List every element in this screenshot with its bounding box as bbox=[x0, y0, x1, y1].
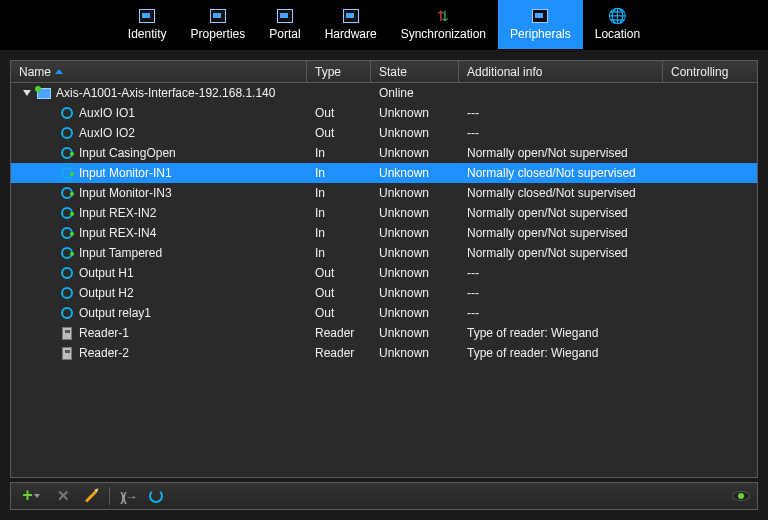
tab-properties[interactable]: Properties bbox=[179, 0, 258, 49]
io-icon bbox=[59, 186, 74, 201]
io-icon bbox=[59, 246, 74, 261]
col-header-type[interactable]: Type bbox=[307, 61, 371, 82]
col-header-controlling[interactable]: Controlling bbox=[663, 61, 757, 82]
expander-icon[interactable] bbox=[23, 90, 31, 96]
cell-state: Unknown bbox=[379, 286, 429, 300]
table-row[interactable]: Reader-1ReaderUnknownType of reader: Wie… bbox=[11, 323, 757, 343]
cell-type: Out bbox=[315, 266, 334, 280]
cell-state: Unknown bbox=[379, 186, 429, 200]
cell-name: Input Monitor-IN1 bbox=[79, 166, 172, 180]
table-row[interactable]: Input CasingOpenInUnknownNormally open/N… bbox=[11, 143, 757, 163]
io-icon bbox=[59, 106, 74, 121]
table-row[interactable]: Input REX-IN4InUnknownNormally open/Not … bbox=[11, 223, 757, 243]
cell-name: AuxIO IO1 bbox=[79, 106, 135, 120]
tab-synchronization[interactable]: ⇅Synchronization bbox=[389, 0, 498, 49]
properties-icon bbox=[209, 7, 227, 25]
identity-icon bbox=[138, 7, 156, 25]
cell-type: Out bbox=[315, 106, 334, 120]
table-row[interactable]: Reader-2ReaderUnknownType of reader: Wie… bbox=[11, 343, 757, 363]
cell-state: Unknown bbox=[379, 126, 429, 140]
delete-button[interactable]: ✕ bbox=[51, 485, 75, 507]
cell-state: Unknown bbox=[379, 346, 429, 360]
toolbar-separator bbox=[109, 487, 110, 505]
tab-portal[interactable]: Portal bbox=[257, 0, 312, 49]
table-row[interactable]: Output relay1OutUnknown--- bbox=[11, 303, 757, 323]
link-icon: )(→ bbox=[120, 489, 136, 504]
content-area: Name Type State Additional info Controll… bbox=[0, 50, 768, 520]
view-button[interactable] bbox=[729, 485, 753, 507]
cell-name: Output H2 bbox=[79, 286, 134, 300]
col-header-name-label: Name bbox=[19, 65, 51, 79]
table-row[interactable]: Input Monitor-IN3InUnknownNormally close… bbox=[11, 183, 757, 203]
table-row[interactable]: AuxIO IO1OutUnknown--- bbox=[11, 103, 757, 123]
cell-type: In bbox=[315, 246, 325, 260]
peripherals-icon bbox=[531, 7, 549, 25]
location-icon: 🌐 bbox=[608, 7, 626, 25]
cell-info: Normally open/Not supervised bbox=[467, 146, 628, 160]
cell-name: Input Tampered bbox=[79, 246, 162, 260]
table-row[interactable]: AuxIO IO2OutUnknown--- bbox=[11, 123, 757, 143]
add-button[interactable]: + bbox=[15, 485, 47, 507]
cell-info: --- bbox=[467, 106, 479, 120]
table-row[interactable]: Output H2OutUnknown--- bbox=[11, 283, 757, 303]
col-header-state[interactable]: State bbox=[371, 61, 459, 82]
tab-identity[interactable]: Identity bbox=[116, 0, 179, 49]
cell-info: Normally open/Not supervised bbox=[467, 226, 628, 240]
x-icon: ✕ bbox=[57, 487, 70, 505]
io-icon bbox=[59, 306, 74, 321]
refresh-button[interactable] bbox=[144, 485, 168, 507]
cell-info: Type of reader: Wiegand bbox=[467, 346, 598, 360]
io-icon bbox=[59, 126, 74, 141]
col-header-name[interactable]: Name bbox=[11, 61, 307, 82]
tab-location[interactable]: 🌐Location bbox=[583, 0, 652, 49]
cell-type: Reader bbox=[315, 326, 354, 340]
col-header-info[interactable]: Additional info bbox=[459, 61, 663, 82]
grid-body: Axis-A1001-Axis-Interface-192.168.1.140O… bbox=[11, 83, 757, 477]
cell-type: Out bbox=[315, 286, 334, 300]
table-row[interactable]: Axis-A1001-Axis-Interface-192.168.1.140O… bbox=[11, 83, 757, 103]
tab-label: Synchronization bbox=[401, 27, 486, 41]
tab-label: Location bbox=[595, 27, 640, 41]
col-header-state-label: State bbox=[379, 65, 407, 79]
cell-state: Unknown bbox=[379, 106, 429, 120]
table-row[interactable]: Input TamperedInUnknownNormally open/Not… bbox=[11, 243, 757, 263]
cell-type: In bbox=[315, 166, 325, 180]
cell-type: Reader bbox=[315, 346, 354, 360]
cell-state: Unknown bbox=[379, 166, 429, 180]
tab-label: Hardware bbox=[325, 27, 377, 41]
cell-state: Online bbox=[379, 86, 414, 100]
peripherals-grid: Name Type State Additional info Controll… bbox=[10, 60, 758, 478]
link-button[interactable]: )(→ bbox=[116, 485, 140, 507]
cell-name: Output relay1 bbox=[79, 306, 151, 320]
cell-name: Input REX-IN4 bbox=[79, 226, 156, 240]
tab-peripherals[interactable]: Peripherals bbox=[498, 0, 583, 49]
hardware-icon bbox=[342, 7, 360, 25]
cell-name: AuxIO IO2 bbox=[79, 126, 135, 140]
cell-info: --- bbox=[467, 306, 479, 320]
cell-state: Unknown bbox=[379, 306, 429, 320]
cell-name: Reader-1 bbox=[79, 326, 129, 340]
sort-asc-icon bbox=[55, 69, 63, 74]
cell-type: Out bbox=[315, 306, 334, 320]
cell-name: Axis-A1001-Axis-Interface-192.168.1.140 bbox=[56, 86, 275, 100]
cell-state: Unknown bbox=[379, 326, 429, 340]
tab-label: Peripherals bbox=[510, 27, 571, 41]
io-icon bbox=[59, 226, 74, 241]
edit-button[interactable] bbox=[79, 485, 103, 507]
refresh-icon bbox=[149, 489, 163, 503]
cell-type: Out bbox=[315, 126, 334, 140]
section-tabbar: IdentityPropertiesPortalHardware⇅Synchro… bbox=[0, 0, 768, 50]
cell-name: Input Monitor-IN3 bbox=[79, 186, 172, 200]
cell-info: Normally closed/Not supervised bbox=[467, 186, 636, 200]
cell-info: Normally closed/Not supervised bbox=[467, 166, 636, 180]
table-row[interactable]: Input REX-IN2InUnknownNormally open/Not … bbox=[11, 203, 757, 223]
col-header-info-label: Additional info bbox=[467, 65, 542, 79]
tab-label: Properties bbox=[191, 27, 246, 41]
cell-type: In bbox=[315, 206, 325, 220]
device-icon bbox=[36, 86, 51, 101]
table-row[interactable]: Input Monitor-IN1InUnknownNormally close… bbox=[11, 163, 757, 183]
cell-type: In bbox=[315, 146, 325, 160]
tab-label: Identity bbox=[128, 27, 167, 41]
tab-hardware[interactable]: Hardware bbox=[313, 0, 389, 49]
table-row[interactable]: Output H1OutUnknown--- bbox=[11, 263, 757, 283]
